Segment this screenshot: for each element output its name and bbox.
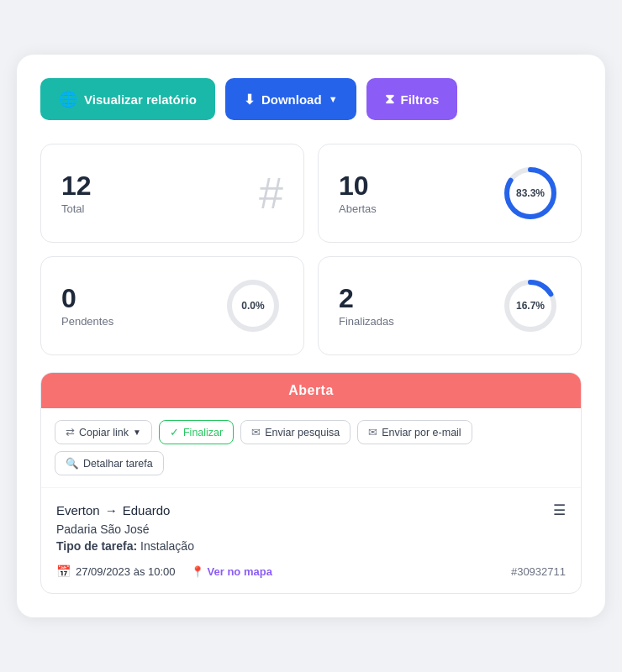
task-company: Padaria São José xyxy=(56,522,566,536)
map-link-label: Ver no mapa xyxy=(208,565,272,578)
download-icon: ⬇ xyxy=(244,92,255,108)
visualizar-label: Visualizar relatório xyxy=(84,92,197,107)
stat-card-finalizadas: 2 Finalizadas 16.7% xyxy=(318,256,582,355)
enviar-pesquisa-label: Enviar pesquisa xyxy=(265,427,340,438)
visualizar-relatorio-button[interactable]: 🌐 Visualizar relatório xyxy=(40,78,215,120)
task-route-text: Everton → Eduardo xyxy=(56,503,170,517)
pendentes-donut: 0.0% xyxy=(223,276,283,336)
pendentes-label: Pendentes xyxy=(61,315,113,328)
abertas-number: 10 xyxy=(339,172,377,199)
arrow-icon: → xyxy=(105,503,118,517)
stats-grid: 12 Total # 10 Abertas 83.3% 0 Pe xyxy=(40,144,582,355)
stat-info-finalizadas: 2 Finalizadas xyxy=(339,285,394,328)
task-status-bar: Aberta xyxy=(41,373,581,408)
total-label: Total xyxy=(61,202,92,215)
pin-icon: 📍 xyxy=(191,565,204,578)
share-icon: ⇄ xyxy=(66,426,75,438)
hash-icon: # xyxy=(259,171,283,215)
finalizadas-donut: 16.7% xyxy=(500,276,561,336)
calendar-icon: 📅 xyxy=(56,564,71,578)
search-icon: 🔍 xyxy=(66,457,79,470)
task-from: Everton xyxy=(56,503,100,517)
globe-icon: 🌐 xyxy=(59,90,77,108)
main-container: 🌐 Visualizar relatório ⬇ Download ▼ ⧗ Fi… xyxy=(17,55,605,617)
finalizar-label: Finalizar xyxy=(183,427,223,438)
stat-card-pendentes: 0 Pendentes 0.0% xyxy=(40,256,304,355)
abertas-percent: 83.3% xyxy=(516,187,545,199)
stat-info-total: 12 Total xyxy=(61,172,92,215)
stat-info-pendentes: 0 Pendentes xyxy=(61,285,113,328)
toolbar: 🌐 Visualizar relatório ⬇ Download ▼ ⧗ Fi… xyxy=(40,78,582,120)
download-button[interactable]: ⬇ Download ▼ xyxy=(225,78,356,120)
total-number: 12 xyxy=(61,172,92,199)
finalizar-button[interactable]: ✓ Finalizar xyxy=(159,420,234,444)
finalizadas-label: Finalizadas xyxy=(339,315,394,328)
task-date: 📅 27/09/2023 às 10:00 xyxy=(56,564,176,578)
pendentes-number: 0 xyxy=(61,285,113,312)
stat-card-total: 12 Total # xyxy=(40,144,304,243)
finalizadas-percent: 16.7% xyxy=(516,300,545,312)
detalhar-tarefa-label: Detalhar tarefa xyxy=(83,458,153,470)
filter-icon: ⧗ xyxy=(385,92,394,107)
copy-link-chevron: ▼ xyxy=(133,428,141,437)
mail2-icon: ✉ xyxy=(368,426,377,438)
task-route: Everton → Eduardo ☰ xyxy=(56,501,566,519)
mail-icon: ✉ xyxy=(251,426,261,438)
enviar-email-button[interactable]: ✉ Enviar por e-mail xyxy=(357,420,472,444)
pendentes-percent: 0.0% xyxy=(241,300,264,312)
ver-no-mapa-link[interactable]: 📍 Ver no mapa xyxy=(191,565,272,578)
finalizadas-number: 2 xyxy=(339,285,394,312)
abertas-donut: 83.3% xyxy=(500,163,561,223)
check-icon: ✓ xyxy=(170,426,179,438)
tipo-label: Tipo de tarefa: xyxy=(56,539,137,553)
task-body: Everton → Eduardo ☰ Padaria São José Tip… xyxy=(41,488,581,593)
tipo-value: Instalação xyxy=(140,539,194,553)
abertas-label: Abertas xyxy=(339,202,377,215)
chevron-down-icon: ▼ xyxy=(329,94,338,104)
detalhar-tarefa-button[interactable]: 🔍 Detalhar tarefa xyxy=(55,451,164,475)
task-to: Eduardo xyxy=(123,503,171,517)
hamburger-icon[interactable]: ☰ xyxy=(553,501,566,519)
task-actions: ⇄ Copiar link ▼ ✓ Finalizar ✉ Enviar pes… xyxy=(41,408,581,488)
stat-card-abertas: 10 Abertas 83.3% xyxy=(318,144,582,243)
task-footer: 📅 27/09/2023 às 10:00 📍 Ver no mapa #309… xyxy=(56,564,566,578)
download-label: Download xyxy=(261,92,322,107)
filtros-button[interactable]: ⧗ Filtros xyxy=(366,78,458,120)
task-card: Aberta ⇄ Copiar link ▼ ✓ Finalizar ✉ Env… xyxy=(40,372,582,594)
enviar-pesquisa-button[interactable]: ✉ Enviar pesquisa xyxy=(240,420,351,444)
stat-info-abertas: 10 Abertas xyxy=(339,172,377,215)
enviar-email-label: Enviar por e-mail xyxy=(382,427,461,438)
filtros-label: Filtros xyxy=(401,92,440,107)
task-id: #30932711 xyxy=(511,565,566,578)
task-status-label: Aberta xyxy=(288,383,334,397)
task-type: Tipo de tarefa: Instalação xyxy=(56,539,566,553)
task-date-text: 27/09/2023 às 10:00 xyxy=(76,565,176,578)
copy-link-button[interactable]: ⇄ Copiar link ▼ xyxy=(55,420,152,444)
copy-link-label: Copiar link xyxy=(79,427,129,438)
